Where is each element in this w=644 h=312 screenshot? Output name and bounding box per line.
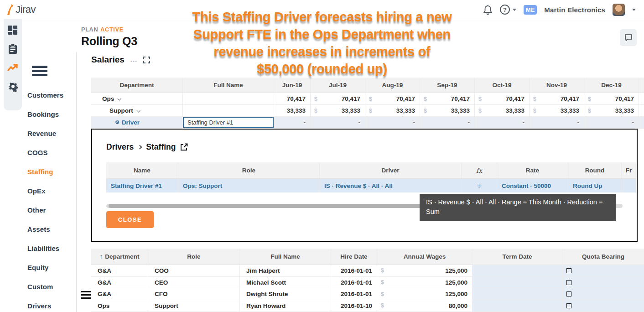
value-cell[interactable]: $33,333 bbox=[474, 105, 529, 116]
annual-wages-cell[interactable]: $125,000 bbox=[377, 265, 472, 276]
quota-bearing-checkbox[interactable] bbox=[566, 268, 571, 273]
driver-fx-cell[interactable]: ÷ bbox=[461, 179, 497, 192]
value-cell[interactable]: $33,333 bbox=[365, 105, 420, 116]
column-header-role[interactable]: Role bbox=[148, 249, 239, 265]
settings-gear-icon[interactable] bbox=[7, 81, 18, 92]
quota-bearing-cell[interactable] bbox=[562, 288, 644, 300]
sidebar-item-staffing[interactable]: Staffing bbox=[27, 162, 73, 181]
full-name-cell[interactable]: Staffing Driver #1 bbox=[182, 117, 274, 128]
help-menu[interactable]: ? bbox=[500, 5, 516, 15]
full-name-cell[interactable]: Jim Halpert bbox=[239, 265, 331, 276]
role-cell[interactable]: CEO bbox=[148, 277, 239, 288]
value-cell[interactable]: - bbox=[310, 117, 365, 128]
value-cell[interactable]: $70,417 bbox=[474, 93, 529, 104]
chevron-down-icon[interactable] bbox=[632, 9, 636, 11]
full-name-cell[interactable] bbox=[182, 105, 274, 116]
close-button[interactable]: CLOSE bbox=[106, 211, 154, 228]
driver-role-cell[interactable]: Ops: Support bbox=[178, 179, 319, 192]
full-name-cell[interactable]: Ryan Howard bbox=[239, 300, 331, 312]
hire-date-cell[interactable]: 2016-01-01 bbox=[331, 265, 377, 276]
more-menu-icon[interactable]: … bbox=[130, 57, 138, 62]
value-cell[interactable]: - bbox=[474, 117, 529, 128]
annual-wages-cell[interactable]: $125,000 bbox=[377, 277, 472, 288]
term-date-cell[interactable] bbox=[472, 277, 562, 288]
driver-rate-cell[interactable]: Constant · 50000 bbox=[497, 179, 568, 192]
external-link-icon[interactable] bbox=[180, 143, 188, 151]
full-name-cell[interactable]: Michael Scott bbox=[239, 277, 331, 288]
quota-bearing-cell[interactable] bbox=[562, 277, 644, 288]
hire-date-cell[interactable]: 2016-01-10 bbox=[331, 300, 377, 312]
sidebar-item-bookings[interactable]: Bookings bbox=[27, 104, 73, 124]
drag-handle-icon[interactable] bbox=[81, 291, 91, 300]
sidebar-item-revenue[interactable]: Revenue bbox=[27, 124, 73, 143]
sidebar-item-other[interactable]: Other bbox=[27, 200, 73, 219]
full-name-cell[interactable]: Dwight Shrute bbox=[239, 288, 331, 300]
role-cell[interactable]: CFO bbox=[148, 288, 239, 300]
annual-wages-cell[interactable]: $125,000 bbox=[377, 288, 472, 300]
role-cell[interactable]: COO bbox=[148, 265, 239, 276]
value-cell[interactable]: $33,333 bbox=[310, 105, 365, 116]
department-cell[interactable]: ⚙Driver bbox=[91, 117, 182, 128]
sidebar-item-drivers[interactable]: Drivers bbox=[27, 296, 73, 312]
value-cell[interactable]: $33,333 bbox=[584, 105, 639, 116]
driver-fr-cell[interactable] bbox=[621, 179, 636, 192]
department-cell[interactable]: G&A bbox=[91, 288, 148, 300]
annual-wages-cell[interactable]: $80,000 bbox=[377, 300, 472, 312]
quota-bearing-checkbox[interactable] bbox=[566, 280, 571, 285]
sidebar-item-custom[interactable]: Custom bbox=[27, 277, 73, 296]
term-date-cell[interactable] bbox=[472, 300, 562, 312]
column-header-hire-date[interactable]: Hire Date bbox=[331, 249, 377, 265]
driver-name-input[interactable]: Staffing Driver #1 bbox=[183, 117, 274, 128]
value-cell[interactable]: $70,417 bbox=[584, 93, 639, 104]
value-cell[interactable]: $33,333 bbox=[420, 105, 474, 116]
value-cell[interactable]: - bbox=[420, 117, 474, 128]
comments-button[interactable] bbox=[620, 29, 637, 46]
value-cell[interactable]: $70,417 bbox=[310, 93, 365, 104]
sidebar-item-assets[interactable]: Assets bbox=[27, 219, 73, 239]
column-header-full-name[interactable]: Full Name bbox=[239, 249, 331, 265]
plans-clipboard-icon[interactable] bbox=[7, 43, 18, 54]
hire-date-cell[interactable]: 2016-01-01 bbox=[331, 288, 377, 300]
jirav-logo[interactable]: Jirav bbox=[5, 3, 36, 16]
value-cell[interactable]: - bbox=[274, 117, 310, 128]
reports-trend-icon[interactable] bbox=[7, 62, 18, 73]
term-date-cell[interactable] bbox=[472, 265, 562, 276]
quota-bearing-cell[interactable] bbox=[562, 265, 644, 276]
column-header-term-date[interactable]: Term Date bbox=[472, 249, 562, 265]
column-header-department[interactable]: ↑Department bbox=[91, 249, 148, 265]
sidebar-item-cogs[interactable]: COGS bbox=[27, 143, 73, 162]
quota-bearing-checkbox[interactable] bbox=[566, 303, 571, 308]
driver-round-cell[interactable]: Round Up bbox=[568, 179, 621, 192]
department-cell[interactable]: Ops bbox=[91, 300, 148, 312]
value-cell[interactable]: 33,333 bbox=[274, 105, 310, 116]
dashboards-icon[interactable] bbox=[7, 25, 18, 36]
department-cell[interactable]: Ops bbox=[91, 93, 182, 104]
value-cell[interactable]: - bbox=[365, 117, 420, 128]
sidebar-item-equity[interactable]: Equity bbox=[27, 258, 73, 277]
column-header-quota-bearing[interactable]: Quota Bearing bbox=[562, 249, 644, 265]
nav-hamburger-icon[interactable] bbox=[32, 66, 47, 78]
sidebar-item-opex[interactable]: OpEx bbox=[27, 181, 73, 200]
value-cell[interactable]: $70,417 bbox=[529, 93, 584, 104]
value-cell[interactable]: $70,417 bbox=[420, 93, 474, 104]
user-avatar[interactable] bbox=[613, 4, 625, 16]
sidebar-item-customers[interactable]: Customers bbox=[27, 85, 73, 104]
department-cell[interactable]: G&A bbox=[91, 265, 148, 276]
value-cell[interactable]: - bbox=[584, 117, 639, 128]
driver-name-cell[interactable]: Staffing Driver #1 bbox=[106, 179, 178, 192]
term-date-cell[interactable] bbox=[472, 288, 562, 300]
account-initials-badge[interactable]: ME bbox=[524, 5, 537, 15]
full-name-cell[interactable] bbox=[182, 93, 274, 104]
expand-fullscreen-icon[interactable] bbox=[143, 57, 150, 63]
value-cell[interactable]: $70,417 bbox=[365, 93, 420, 104]
role-cell[interactable]: Support bbox=[148, 300, 239, 312]
department-cell[interactable]: G&A bbox=[91, 277, 148, 288]
quota-bearing-cell[interactable] bbox=[562, 300, 644, 312]
sidebar-item-liabilities[interactable]: Liabilities bbox=[27, 239, 73, 258]
department-cell[interactable]: Support bbox=[91, 105, 182, 116]
column-header-annual-wages[interactable]: Annual Wages bbox=[377, 249, 472, 265]
quota-bearing-checkbox[interactable] bbox=[566, 291, 571, 296]
driver-source-cell[interactable]: IS · Revenue $ · All · All bbox=[319, 179, 461, 192]
value-cell[interactable]: $33,333 bbox=[529, 105, 584, 116]
notifications-bell-icon[interactable] bbox=[483, 5, 493, 15]
